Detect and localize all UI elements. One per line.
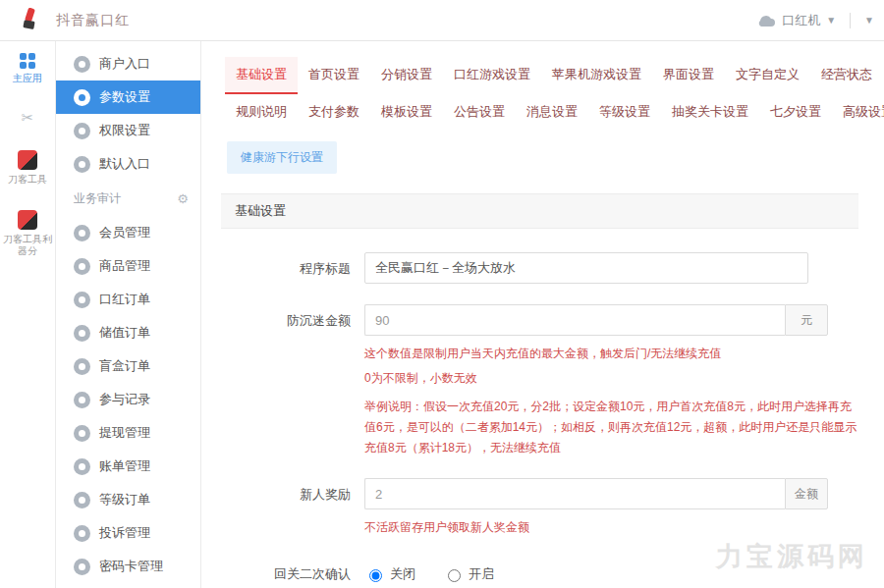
tab-home-settings[interactable]: 首页设置 — [298, 57, 370, 94]
lock-icon — [74, 123, 90, 139]
tab-lottery-level-settings[interactable]: 抽奖关卡设置 — [661, 94, 759, 132]
users-icon — [74, 225, 90, 241]
sidebar-item-label: 密码卡管理 — [99, 558, 163, 575]
tab-advanced-settings[interactable]: 高级设置 — [832, 94, 884, 132]
topbar-divider — [850, 13, 851, 28]
sidebar-section-label: 业务审计 — [74, 190, 121, 207]
form-row-double-confirm: 回关二次确认 关闭 开启 开启二次确认后，用户点击充值和提现之前系统都会再次弹框… — [254, 558, 858, 588]
tab-template-settings[interactable]: 模板设置 — [370, 94, 443, 132]
sidebar-item-permission-settings[interactable]: 权限设置 — [56, 114, 200, 147]
radio-off[interactable] — [369, 569, 382, 582]
double-confirm-on-option[interactable]: 开启 — [443, 558, 494, 588]
sidebar-item-label: 商户入口 — [99, 55, 150, 73]
sidebar-item-label: 账单管理 — [99, 457, 150, 475]
topbar: 抖音赢口红 口红机 ▼ ▼ — [0, 0, 884, 41]
order-icon — [74, 292, 90, 308]
recharge-limit-label: 防沉迷金额 — [254, 304, 364, 458]
wallet-icon — [74, 325, 90, 342]
radio-off-label: 关闭 — [390, 558, 415, 588]
newbie-reward-input[interactable] — [364, 478, 785, 509]
cloud-icon — [756, 14, 776, 27]
tab-rules[interactable]: 规则说明 — [225, 94, 298, 132]
app-badge-icon — [18, 210, 37, 230]
app-rail: 主应用 ✂ 刀客工具 刀客工具利器分 — [0, 41, 56, 588]
sidebar-item-level-orders[interactable]: 等级订单 — [56, 483, 200, 516]
rail-item-label: 刀客工具 — [8, 174, 47, 187]
tab-ui-settings[interactable]: 界面设置 — [652, 57, 725, 94]
sidebar-item-withdrawals[interactable]: 提现管理 — [56, 416, 200, 450]
sidebar-item-label: 储值订单 — [99, 324, 150, 342]
tab-business-status[interactable]: 经营状态 — [810, 57, 883, 94]
sidebar-item-blindbox-orders[interactable]: 盲盒订单 — [56, 349, 200, 383]
withdraw-icon — [74, 425, 90, 442]
sidebar-item-lipstick-orders[interactable]: 口红订单 — [56, 283, 200, 316]
tab-text-customization[interactable]: 文字自定义 — [725, 57, 810, 94]
program-title-input[interactable] — [364, 252, 808, 284]
sidebar-item-merchant-entry[interactable]: 商户入口 — [56, 47, 200, 80]
app-logo[interactable] — [0, 6, 56, 34]
recharge-limit-hint-2: 0为不限制，小数无效 — [364, 368, 858, 389]
newbie-reward-label: 新人奖励 — [254, 478, 364, 538]
tab-payment-params[interactable]: 支付参数 — [298, 94, 370, 132]
sidebar-item-label: 等级订单 — [99, 491, 150, 508]
recharge-limit-unit: 元 — [785, 304, 828, 336]
tab-announcement-settings[interactable]: 公告设置 — [443, 94, 516, 132]
goods-icon — [74, 258, 90, 275]
rail-item-main-app[interactable]: 主应用 — [3, 53, 52, 85]
rail-item-shortcut[interactable]: ✂ — [3, 109, 52, 128]
rail-item-app-1[interactable]: 刀客工具 — [3, 150, 52, 187]
card-icon — [74, 559, 90, 575]
tab-apple-game-settings[interactable]: 苹果机游戏设置 — [541, 57, 652, 94]
complaint-icon — [74, 525, 90, 542]
subtab-health-settings[interactable]: 健康游下行设置 — [227, 141, 337, 174]
newbie-reward-hint: 不活跃留存用户领取新人奖金额 — [364, 517, 858, 538]
sidebar-item-timecard-orders[interactable]: 包时卡订单 — [56, 583, 200, 588]
tab-basic-settings[interactable]: 基础设置 — [225, 57, 298, 94]
bill-icon — [74, 458, 90, 475]
chat-icon — [74, 56, 90, 73]
page-title: 抖音赢口红 — [56, 12, 130, 29]
sidebar-item-password-cards[interactable]: 密码卡管理 — [56, 550, 200, 583]
sidebar-item-label: 会员管理 — [99, 224, 150, 241]
tab-level-settings[interactable]: 等级设置 — [588, 94, 661, 132]
section-gear-icon[interactable]: ⚙ — [177, 191, 189, 206]
sidebar-item-label: 投诉管理 — [99, 524, 150, 542]
recharge-limit-hint-1: 这个数值是限制用户当天内充值的最大金额，触发后门/无法继续充值 — [364, 344, 858, 364]
sidebar-item-recharge-orders[interactable]: 储值订单 — [56, 316, 200, 349]
recharge-limit-input[interactable] — [364, 304, 785, 336]
sidebar-item-label: 默认入口 — [99, 155, 150, 173]
sidebar-item-label: 口红订单 — [99, 291, 150, 308]
newbie-reward-unit: 金额 — [785, 478, 828, 509]
radio-on[interactable] — [448, 569, 461, 582]
section-title: 基础设置 — [235, 202, 286, 220]
rail-item-app-2[interactable]: 刀客工具利器分 — [3, 210, 52, 258]
box-icon — [74, 358, 90, 375]
sidebar-item-complaints[interactable]: 投诉管理 — [56, 516, 200, 550]
chevron-down-icon[interactable]: ▼ — [826, 15, 836, 26]
tab-row-1: 基础设置 首页设置 分销设置 口红游戏设置 苹果机游戏设置 界面设置 文字自定义… — [225, 57, 858, 94]
sidebar-item-label: 商品管理 — [99, 257, 150, 275]
sidebar: 商户入口 参数设置 权限设置 默认入口 业务审计 ⚙ 会员管理 商品管理 口 — [56, 41, 201, 588]
form-row-newbie-reward: 新人奖励 金额 不活跃留存用户领取新人奖金额 — [254, 478, 858, 538]
account-name[interactable]: 口红机 — [782, 12, 820, 29]
double-confirm-off-option[interactable]: 关闭 — [364, 558, 415, 588]
double-confirm-label: 回关二次确认 — [254, 558, 364, 588]
sidebar-item-parameter-settings[interactable]: 参数设置 — [56, 80, 200, 114]
tab-message-settings[interactable]: 消息设置 — [516, 94, 588, 132]
level-icon — [74, 492, 90, 508]
app-badge-icon — [18, 150, 37, 170]
sidebar-section-business: 业务审计 ⚙ — [56, 181, 200, 216]
main-content: 基础设置 首页设置 分销设置 口红游戏设置 苹果机游戏设置 界面设置 文字自定义… — [201, 41, 884, 588]
menu-chevron-icon[interactable]: ▼ — [864, 15, 874, 26]
sidebar-item-bills[interactable]: 账单管理 — [56, 450, 200, 483]
rail-item-label: 刀客工具利器分 — [3, 234, 52, 258]
sidebar-item-goods[interactable]: 商品管理 — [56, 249, 200, 283]
sidebar-item-label: 权限设置 — [99, 122, 150, 139]
sidebar-item-default-entry[interactable]: 默认入口 — [56, 147, 200, 181]
tab-distribution-settings[interactable]: 分销设置 — [370, 57, 443, 94]
sidebar-item-members[interactable]: 会员管理 — [56, 216, 200, 249]
gear-icon — [74, 89, 90, 106]
sidebar-item-participation-records[interactable]: 参与记录 — [56, 383, 200, 416]
tab-lipstick-game-settings[interactable]: 口红游戏设置 — [443, 57, 541, 94]
tab-qixi-settings[interactable]: 七夕设置 — [759, 94, 832, 132]
